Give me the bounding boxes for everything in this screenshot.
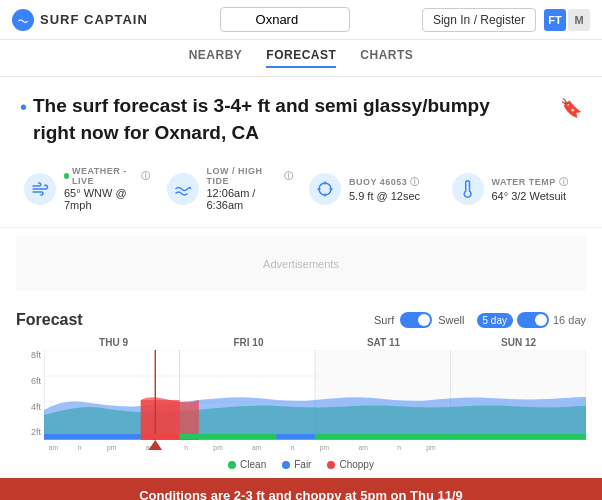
svg-text:n: n [397,444,401,451]
nav-item-forecast[interactable]: FORECAST [266,48,336,68]
svg-text:am: am [359,444,369,451]
tide-card: LOW / HIGH TIDE ⓘ 12:06am / 6:36am [159,162,302,215]
legend-clean: Clean [228,459,266,470]
water-temp-label: WATER TEMP ⓘ [492,176,569,189]
day-label-sat: SAT 11 [316,337,451,348]
water-temp-content: WATER TEMP ⓘ 64° 3/2 Wetsuit [492,176,569,202]
day-label-thu: THU 9 [46,337,181,348]
info-icon-3: ⓘ [559,176,569,189]
hero-section: • The surf forecast is 3-4+ ft and semi … [0,77,602,158]
legend-fair: Fair [282,459,311,470]
nav-item-nearby[interactable]: NEARBY [189,48,243,68]
weather-label: WEATHER - LIVE ⓘ [64,166,151,186]
forecast-chart: am n pm am n pm am n pm am n pm [44,350,586,455]
surf-toggle[interactable] [400,312,432,328]
weather-value: 65° WNW @ 7mph [64,187,151,211]
forecast-header: Forecast Surf Swell 5 day 16 day [16,311,586,329]
svg-point-1 [319,183,331,195]
5-day-button[interactable]: 5 day [477,313,513,328]
info-cards: WEATHER - LIVE ⓘ 65° WNW @ 7mph LOW / HI… [0,158,602,228]
tide-label: LOW / HIGH TIDE ⓘ [207,166,294,186]
water-temp-card: WATER TEMP ⓘ 64° 3/2 Wetsuit [444,162,587,215]
svg-rect-31 [276,434,315,439]
svg-text:am: am [49,444,59,451]
water-temp-icon [452,173,484,205]
fair-label: Fair [294,459,311,470]
header: SURF CAPTAIN Oxnard Sign In / Register F… [0,0,602,40]
choppy-dot [327,461,335,469]
buoy-card: BUOY 46053 ⓘ 5.9 ft @ 12sec [301,162,444,215]
chart-area: 8ft 6ft 4ft 2ft [16,350,586,455]
conditions-text: Conditions are 2-3 ft and choppy at 5pm … [139,488,463,500]
tide-icon [167,173,199,205]
legend-choppy: Choppy [327,459,373,470]
logo-text: SURF CAPTAIN [40,12,148,27]
svg-text:pm: pm [320,444,330,452]
conditions-bar: Conditions are 2-3 ft and choppy at 5pm … [0,478,602,500]
day-toggle-group: 5 day 16 day [477,312,587,328]
forecast-title: Forecast [16,311,83,329]
info-icon-1: ⓘ [284,170,294,183]
day-toggle-knob [535,314,547,326]
svg-rect-30 [180,434,277,439]
ads-area: Advertisements [16,236,586,291]
day-labels-row: THU 9 FRI 10 SAT 11 SUN 12 [46,337,586,348]
svg-rect-32 [315,434,451,439]
nav-item-charts[interactable]: CHARTS [360,48,413,68]
header-right: Sign In / Register FT M [422,8,590,32]
choppy-label: Choppy [339,459,373,470]
16-day-label: 16 day [553,314,586,326]
bookmark-icon[interactable]: 🔖 [560,97,582,119]
weather-icon [24,173,56,205]
logo-icon [12,9,34,31]
buoy-content: BUOY 46053 ⓘ 5.9 ft @ 12sec [349,176,420,202]
surf-toggle-knob [418,314,430,326]
location-dropdown[interactable]: Oxnard [220,7,350,32]
ft-unit-button[interactable]: FT [544,9,566,31]
ads-label: Advertisements [263,258,339,270]
water-temp-value: 64° 3/2 Wetsuit [492,190,569,202]
m-unit-button[interactable]: M [568,9,590,31]
svg-rect-29 [141,434,180,439]
y-axis: 8ft 6ft 4ft 2ft [16,350,44,455]
hero-bullet: • [20,93,27,121]
weather-card: WEATHER - LIVE ⓘ 65° WNW @ 7mph [16,162,159,215]
svg-text:am: am [252,444,262,451]
y-label-2: 2ft [16,427,44,437]
day-range-toggle[interactable] [517,312,549,328]
svg-text:pm: pm [213,444,223,452]
y-label-8: 8ft [16,350,44,360]
swell-label: Swell [438,314,464,326]
chart-legend: Clean Fair Choppy [16,459,586,470]
svg-rect-33 [451,434,587,439]
svg-text:pm: pm [426,444,436,452]
buoy-icon [309,173,341,205]
sign-in-button[interactable]: Sign In / Register [422,8,536,32]
tide-content: LOW / HIGH TIDE ⓘ 12:06am / 6:36am [207,166,294,211]
logo-area: SURF CAPTAIN [12,9,148,31]
surf-label: Surf [374,314,394,326]
location-selector[interactable]: Oxnard [220,7,350,32]
day-label-fri: FRI 10 [181,337,316,348]
tide-value: 12:06am / 6:36am [207,187,294,211]
svg-rect-28 [44,434,141,439]
day-label-sun: SUN 12 [451,337,586,348]
buoy-value: 5.9 ft @ 12sec [349,190,420,202]
live-dot [64,173,69,179]
unit-toggle: FT M [544,9,590,31]
clean-label: Clean [240,459,266,470]
fair-dot [282,461,290,469]
weather-content: WEATHER - LIVE ⓘ 65° WNW @ 7mph [64,166,151,211]
info-icon-2: ⓘ [410,176,420,189]
forecast-controls: Surf Swell 5 day 16 day [374,312,586,328]
hero-text: The surf forecast is 3-4+ ft and semi gl… [33,93,513,146]
chart-container: THU 9 FRI 10 SAT 11 SUN 12 8ft 6ft 4ft 2… [16,337,586,455]
svg-text:pm: pm [107,444,117,452]
nav: NEARBY FORECAST CHARTS [0,40,602,77]
surf-toggle-group: Surf Swell [374,312,464,328]
svg-text:n: n [184,444,188,451]
buoy-label: BUOY 46053 ⓘ [349,176,420,189]
svg-text:n: n [78,444,82,451]
y-label-4: 4ft [16,402,44,412]
forecast-section: Forecast Surf Swell 5 day 16 day THU 9 F [0,299,602,470]
